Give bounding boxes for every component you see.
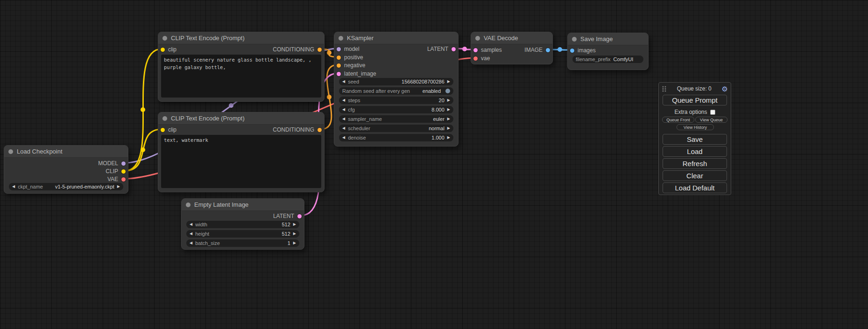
input-dot-images[interactable] <box>570 49 574 53</box>
collapse-dot[interactable] <box>339 36 343 41</box>
collapse-dot[interactable] <box>162 116 167 121</box>
comfyui-node-canvas[interactable]: { "colors": { "model": "#B39DDB", "clip"… <box>0 0 868 329</box>
widget-denoise[interactable]: ◀ denoise 1.000 ▶ <box>339 134 453 141</box>
output-dot-clip[interactable] <box>121 169 126 174</box>
increment-arrow-icon[interactable]: ▶ <box>447 136 450 140</box>
node-vae-decode[interactable]: VAE Decode samples vae IMAGE <box>471 32 553 64</box>
increment-arrow-icon[interactable]: ▶ <box>447 80 450 84</box>
prev-arrow-icon[interactable]: ◀ <box>12 185 15 189</box>
node-title: CLIP Text Encode (Prompt) <box>171 35 245 42</box>
input-dot-vae[interactable] <box>473 56 478 61</box>
input-dot-positive[interactable] <box>337 56 341 60</box>
extra-options-checkbox[interactable] <box>710 110 715 115</box>
decrement-arrow-icon[interactable]: ◀ <box>342 136 345 140</box>
drag-handle-icon[interactable] <box>662 85 667 92</box>
node-clip-text-encode-negative[interactable]: CLIP Text Encode (Prompt) clip CONDITION… <box>158 112 325 192</box>
input-slot-vae[interactable]: vae <box>473 55 490 62</box>
output-dot-conditioning[interactable] <box>318 128 322 132</box>
node-load-checkpoint[interactable]: Load Checkpoint MODEL CLIP VAE ◀ ckpt_na… <box>4 145 128 194</box>
view-history-button[interactable]: View History <box>677 124 714 130</box>
widget-seed[interactable]: ◀ seed 156680208700286 ▶ <box>339 78 453 85</box>
input-slot-clip[interactable]: clip <box>161 46 176 53</box>
decrement-arrow-icon[interactable]: ◀ <box>190 223 192 226</box>
output-dot-vae[interactable] <box>121 177 126 182</box>
output-slot-clip[interactable]: CLIP <box>106 168 126 175</box>
widget-height[interactable]: ◀ height 512 ▶ <box>186 230 299 238</box>
widget-steps[interactable]: ◀ steps 20 ▶ <box>339 97 453 104</box>
widget-ckpt-name[interactable]: ◀ ckpt_name v1-5-pruned-emaonly.ckpt ▶ <box>9 183 123 190</box>
decrement-arrow-icon[interactable]: ◀ <box>342 98 345 102</box>
increment-arrow-icon[interactable]: ▶ <box>293 241 296 245</box>
slot-label: latent_image <box>344 70 376 77</box>
collapse-dot[interactable] <box>475 36 480 41</box>
output-dot-latent[interactable] <box>297 214 302 218</box>
input-slot-positive[interactable]: positive <box>337 54 363 61</box>
output-slot-vae[interactable]: VAE <box>107 175 126 183</box>
input-dot-model[interactable] <box>337 47 341 51</box>
load-default-button[interactable]: Load Default <box>663 182 727 193</box>
output-slot-latent[interactable]: LATENT <box>273 212 302 220</box>
node-ksampler[interactable]: KSampler model positive negative latent_… <box>334 32 459 147</box>
prompt-textarea[interactable]: beautiful scenery nature glass bottle la… <box>161 55 321 98</box>
slot-label: images <box>578 47 596 54</box>
output-slot-latent[interactable]: LATENT <box>427 45 456 53</box>
next-arrow-icon[interactable]: ▶ <box>117 185 120 189</box>
widget-filename-prefix[interactable]: filename_prefix ComfyUI <box>572 56 643 63</box>
prev-arrow-icon[interactable]: ◀ <box>342 117 345 121</box>
input-slot-latent-image[interactable]: latent_image <box>337 70 376 77</box>
collapse-dot[interactable] <box>162 36 167 41</box>
decrement-arrow-icon[interactable]: ◀ <box>190 241 192 245</box>
widget-value: 156680208700286 <box>402 79 445 84</box>
widget-scheduler[interactable]: ◀ scheduler normal ▶ <box>339 125 453 132</box>
input-slot-images[interactable]: images <box>570 47 596 54</box>
input-dot-clip[interactable] <box>161 128 165 132</box>
input-dot-samples[interactable] <box>473 48 478 52</box>
input-dot-negative[interactable] <box>337 63 341 68</box>
output-slot-conditioning[interactable]: CONDITIONING <box>273 46 322 53</box>
widget-random-seed-toggle[interactable]: Random seed after every gen enabled <box>339 87 453 95</box>
collapse-dot[interactable] <box>8 149 13 154</box>
refresh-button[interactable]: Refresh <box>663 158 727 169</box>
clear-button[interactable]: Clear <box>663 170 727 181</box>
input-slot-negative[interactable]: negative <box>337 62 365 69</box>
input-slot-model[interactable]: model <box>337 45 360 53</box>
node-clip-text-encode-positive[interactable]: CLIP Text Encode (Prompt) clip CONDITION… <box>158 32 325 102</box>
node-save-image[interactable]: Save Image images filename_prefix ComfyU… <box>567 33 649 70</box>
input-slot-samples[interactable]: samples <box>473 46 502 54</box>
input-slot-clip[interactable]: clip <box>161 126 176 133</box>
decrement-arrow-icon[interactable]: ◀ <box>342 108 345 112</box>
settings-gear-icon[interactable]: ⚙ <box>722 85 728 92</box>
decrement-arrow-icon[interactable]: ◀ <box>190 232 192 236</box>
prompt-textarea[interactable]: text, watermark <box>161 135 321 188</box>
input-dot-clip[interactable] <box>161 48 165 52</box>
next-arrow-icon[interactable]: ▶ <box>447 126 450 130</box>
collapse-dot[interactable] <box>186 203 191 207</box>
output-slot-image[interactable]: IMAGE <box>524 46 550 54</box>
load-button[interactable]: Load <box>663 146 727 157</box>
input-dot-latent-image[interactable] <box>337 72 341 76</box>
decrement-arrow-icon[interactable]: ◀ <box>342 80 345 84</box>
node-empty-latent-image[interactable]: Empty Latent Image LATENT ◀ width 512 ▶ … <box>181 198 304 250</box>
output-slot-model[interactable]: MODEL <box>98 160 126 167</box>
queue-prompt-button[interactable]: Queue Prompt <box>663 95 727 105</box>
queue-front-button[interactable]: Queue Front <box>662 117 694 123</box>
increment-arrow-icon[interactable]: ▶ <box>293 223 296 226</box>
collapse-dot[interactable] <box>572 37 577 42</box>
widget-sampler-name[interactable]: ◀ sampler_name euler ▶ <box>339 115 453 123</box>
save-button[interactable]: Save <box>663 134 727 145</box>
view-queue-button[interactable]: View Queue <box>695 117 727 123</box>
next-arrow-icon[interactable]: ▶ <box>447 117 450 121</box>
toggle-knob[interactable] <box>445 89 450 93</box>
widget-width[interactable]: ◀ width 512 ▶ <box>186 221 299 228</box>
widget-cfg[interactable]: ◀ cfg 8.000 ▶ <box>339 106 453 113</box>
output-dot-latent[interactable] <box>452 47 456 51</box>
prev-arrow-icon[interactable]: ◀ <box>342 126 345 130</box>
output-slot-conditioning[interactable]: CONDITIONING <box>273 126 322 133</box>
output-dot-image[interactable] <box>546 48 550 52</box>
output-dot-model[interactable] <box>121 161 126 166</box>
increment-arrow-icon[interactable]: ▶ <box>293 232 296 236</box>
output-dot-conditioning[interactable] <box>318 48 322 52</box>
increment-arrow-icon[interactable]: ▶ <box>447 108 450 112</box>
increment-arrow-icon[interactable]: ▶ <box>447 98 450 102</box>
widget-batch-size[interactable]: ◀ batch_size 1 ▶ <box>186 239 299 247</box>
